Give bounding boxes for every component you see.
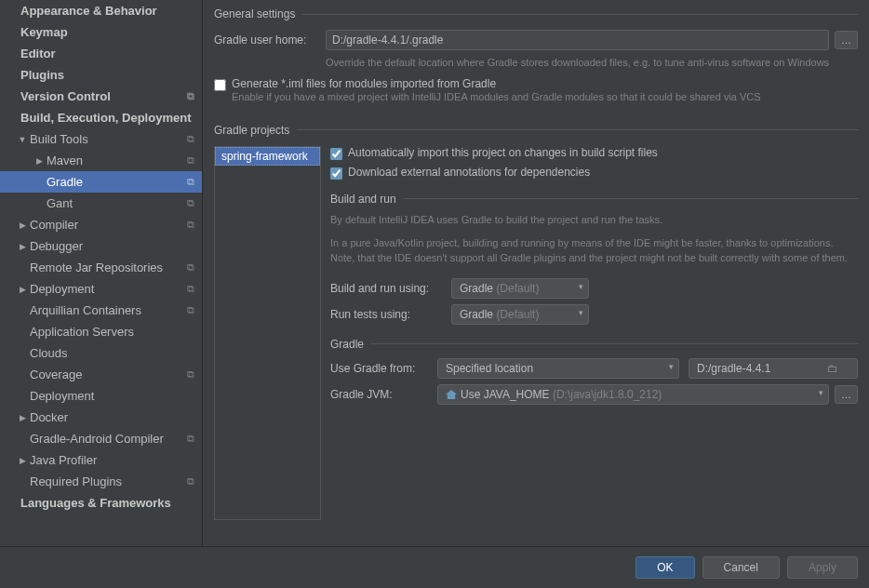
sidebar-item-gradle-android-compiler[interactable]: Gradle-Android Compiler⧉ [0, 428, 202, 449]
gradle-section-title: Gradle [330, 338, 364, 351]
browse-user-home-button[interactable]: … [835, 31, 858, 49]
gradle-path-field[interactable]: D:/gradle-4.4.1 🗀 [689, 358, 858, 379]
build-run-desc1: By default IntelliJ IDEA uses Gradle to … [330, 213, 858, 227]
gradle-projects-group: Gradle projects spring-framework Automat… [214, 124, 858, 520]
sidebar-item-docker[interactable]: ▶Docker [0, 407, 202, 428]
sidebar-item-label: Languages & Frameworks [20, 496, 171, 510]
expand-arrow-icon: ▶ [17, 220, 28, 230]
sidebar-item-gant[interactable]: Gant⧉ [0, 193, 202, 214]
sidebar-item-label: Version Control [20, 89, 111, 103]
gradle-projects-title: Gradle projects [214, 124, 289, 137]
project-item-spring[interactable]: spring-framework [215, 147, 320, 166]
sidebar-item-languages-frameworks[interactable]: Languages & Frameworks [0, 492, 202, 514]
general-settings-group: General settings Gradle user home: … Ove… [214, 7, 858, 111]
sidebar-item-label: Editor [20, 47, 56, 60]
expand-arrow-icon: ▶ [17, 242, 28, 251]
build-using-combo[interactable]: Gradle (Default) [451, 278, 589, 299]
sidebar-item-label: Build Tools [30, 132, 88, 146]
expand-arrow-icon: ▶ [17, 285, 28, 294]
sidebar-item-label: Keymap [20, 25, 68, 39]
apply-button[interactable]: Apply [787, 556, 858, 579]
expand-arrow-icon: ▶ [17, 456, 28, 465]
sidebar-item-label: Gant [47, 196, 73, 210]
sidebar-item-label: Application Servers [30, 325, 134, 339]
sidebar-item-label: Debugger [30, 239, 83, 253]
gradle-from-combo[interactable]: Specified location [437, 358, 679, 379]
sidebar-item-label: Arquillian Containers [30, 303, 141, 317]
download-annotations-checkbox[interactable] [330, 167, 342, 180]
auto-import-label: Automatically import this project on cha… [348, 146, 658, 159]
sidebar-item-label: Compiler [30, 218, 78, 232]
auto-import-checkbox[interactable] [330, 148, 342, 160]
ok-button[interactable]: OK [635, 556, 694, 579]
sidebar-item-build-tools[interactable]: ▼Build Tools⧉ [0, 128, 202, 150]
sidebar-item-editor[interactable]: Editor [0, 43, 202, 64]
home-icon [446, 390, 457, 399]
scope-icon: ⧉ [187, 304, 194, 316]
gradle-jvm-combo[interactable]: Use JAVA_HOME (D:\java\jdk1.8.0_212) [437, 384, 829, 405]
gradle-user-home-input[interactable] [326, 30, 829, 50]
scope-icon: ⧉ [187, 176, 194, 188]
build-run-title: Build and run [330, 193, 396, 206]
sidebar-item-remote-jar-repositories[interactable]: Remote Jar Repositories⧉ [0, 257, 202, 278]
scope-icon: ⧉ [187, 368, 194, 381]
generate-iml-label: Generate *.iml files for modules importe… [232, 77, 761, 90]
tests-using-label: Run tests using: [330, 308, 451, 321]
sidebar-item-maven[interactable]: ▶Maven⧉ [0, 150, 202, 171]
gradle-from-label: Use Gradle from: [330, 362, 437, 375]
general-settings-title: General settings [214, 7, 295, 20]
sidebar-item-coverage[interactable]: Coverage⧉ [0, 364, 202, 385]
build-using-label: Build and run using: [330, 282, 451, 295]
expand-arrow-icon: ▼ [17, 135, 28, 144]
settings-sidebar[interactable]: Appearance & BehaviorKeymapEditorPlugins… [0, 0, 203, 546]
sidebar-item-application-servers[interactable]: Application Servers [0, 321, 202, 342]
sidebar-item-label: Required Plugins [30, 474, 122, 488]
sidebar-item-deployment[interactable]: ▶Deployment⧉ [0, 278, 202, 300]
sidebar-item-deployment[interactable]: Deployment [0, 385, 202, 407]
sidebar-item-label: Deployment [30, 282, 94, 296]
sidebar-item-label: Java Profiler [30, 453, 97, 467]
gradle-user-home-label: Gradle user home: [214, 33, 326, 47]
gradle-jvm-label: Gradle JVM: [330, 388, 437, 401]
sidebar-item-label: Deployment [30, 389, 94, 403]
sidebar-item-compiler[interactable]: ▶Compiler⧉ [0, 214, 202, 235]
scope-icon: ⧉ [187, 154, 194, 167]
sidebar-item-label: Remote Jar Repositories [30, 261, 163, 274]
cancel-button[interactable]: Cancel [702, 556, 780, 579]
sidebar-item-build-execution-deployment[interactable]: Build, Execution, Deployment [0, 107, 202, 128]
sidebar-item-java-profiler[interactable]: ▶Java Profiler [0, 449, 202, 471]
sidebar-item-label: Plugins [20, 68, 64, 82]
project-list[interactable]: spring-framework [214, 146, 321, 520]
tests-using-combo[interactable]: Gradle (Default) [451, 304, 589, 325]
sidebar-item-keymap[interactable]: Keymap [0, 21, 202, 43]
sidebar-item-label: Gradle [47, 175, 83, 189]
dialog-button-bar: OK Cancel Apply [0, 546, 869, 588]
settings-content: General settings Gradle user home: … Ove… [203, 0, 869, 546]
expand-arrow-icon: ▶ [33, 156, 45, 166]
scope-icon: ⧉ [187, 219, 194, 231]
scope-icon: ⧉ [187, 90, 194, 102]
sidebar-item-gradle[interactable]: Gradle⧉ [0, 171, 202, 193]
sidebar-item-label: Docker [30, 410, 68, 424]
scope-icon: ⧉ [187, 133, 194, 145]
sidebar-item-label: Clouds [30, 346, 67, 360]
sidebar-item-required-plugins[interactable]: Required Plugins⧉ [0, 471, 202, 492]
sidebar-item-appearance-behavior[interactable]: Appearance & Behavior [0, 0, 202, 21]
sidebar-item-clouds[interactable]: Clouds [0, 342, 202, 364]
folder-icon: 🗀 [827, 362, 838, 375]
sidebar-item-label: Coverage [30, 368, 82, 381]
generate-iml-checkbox[interactable] [214, 79, 226, 91]
scope-icon: ⧉ [187, 283, 194, 295]
user-home-hint: Override the default location where Grad… [326, 56, 858, 70]
scope-icon: ⧉ [187, 261, 194, 274]
sidebar-item-plugins[interactable]: Plugins [0, 64, 202, 86]
generate-iml-hint: Enable if you have a mixed project with … [232, 90, 761, 104]
download-annotations-label: Download external annotations for depend… [348, 166, 590, 179]
expand-arrow-icon: ▶ [17, 413, 28, 422]
sidebar-item-arquillian-containers[interactable]: Arquillian Containers⧉ [0, 300, 202, 321]
jvm-more-button[interactable]: … [835, 385, 858, 404]
sidebar-item-debugger[interactable]: ▶Debugger [0, 235, 202, 257]
sidebar-item-version-control[interactable]: Version Control⧉ [0, 86, 202, 107]
sidebar-item-label: Build, Execution, Deployment [20, 111, 191, 125]
scope-icon: ⧉ [187, 197, 194, 209]
